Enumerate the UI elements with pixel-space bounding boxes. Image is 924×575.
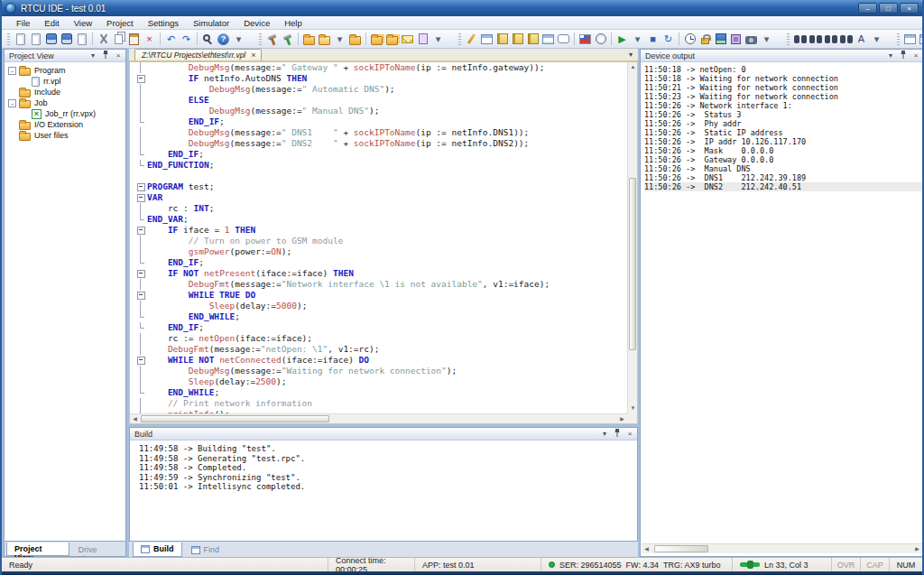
- menu-item-help[interactable]: Help: [277, 17, 310, 29]
- panel-menu-chevron-icon[interactable]: ▾: [600, 430, 609, 438]
- menu-item-simulator[interactable]: Simulator: [186, 17, 236, 29]
- tree-item-i-o-extension[interactable]: I/O Extension: [6, 119, 124, 130]
- az-sort-icon[interactable]: A: [854, 32, 869, 47]
- folder-dropdown-caret-icon[interactable]: ▾: [332, 32, 347, 47]
- notes-book-icon[interactable]: [525, 32, 541, 47]
- code-line[interactable]: END_IF;: [130, 322, 627, 333]
- code-line[interactable]: DebugMsg(message:="Waiting for network c…: [130, 366, 627, 376]
- pin-icon[interactable]: [101, 51, 110, 60]
- scroll-up-arrow-icon[interactable]: ▲: [628, 62, 638, 72]
- open-page-icon[interactable]: [28, 32, 43, 47]
- save-all-floppy-icon[interactable]: [59, 32, 74, 47]
- close-icon[interactable]: ×: [625, 430, 634, 438]
- new-page-icon[interactable]: [13, 32, 28, 47]
- chart-icon[interactable]: [578, 32, 593, 47]
- panel-menu-chevron-icon[interactable]: ▾: [886, 51, 895, 60]
- menu-item-edit[interactable]: Edit: [37, 17, 66, 29]
- list-window-icon[interactable]: [541, 32, 556, 47]
- clock-icon[interactable]: [682, 32, 698, 47]
- scroll-right-arrow-icon[interactable]: ▶: [912, 544, 922, 554]
- clipboard-paste-icon[interactable]: [126, 32, 142, 47]
- find-next-binoculars-icon[interactable]: [823, 32, 838, 47]
- code-line[interactable]: DebugMsg(message:=" DNS1 " + sockIPToNam…: [130, 127, 627, 138]
- code-line[interactable]: ELSE: [130, 95, 627, 106]
- toolbar-overflow-icon[interactable]: ▾: [869, 32, 884, 47]
- fold-collapse-icon[interactable]: [136, 355, 147, 366]
- minimize-button[interactable]: –: [858, 3, 877, 14]
- new-window-icon[interactable]: [902, 32, 918, 47]
- project-folder-icon[interactable]: [347, 32, 363, 47]
- rebuild-hammer-icon[interactable]: [280, 32, 295, 47]
- code-line[interactable]: DebugMsg(message:=" Automatic DNS");: [130, 84, 627, 95]
- delete-x-icon[interactable]: ×: [142, 32, 157, 47]
- fold-collapse-icon[interactable]: [136, 73, 147, 84]
- pin-icon[interactable]: [899, 51, 908, 60]
- code-line[interactable]: DebugMsg(message:=" Gateway " + sockIPTo…: [130, 62, 627, 73]
- editor-horizontal-scrollbar[interactable]: ◀ ▶: [130, 413, 627, 423]
- help-circle-icon[interactable]: ?: [216, 32, 231, 47]
- toolbar-overflow-icon[interactable]: ▾: [759, 32, 774, 47]
- code-line[interactable]: DebugMsg(message:=" Manual DNS");: [130, 106, 627, 116]
- tree-item-user-files[interactable]: User files: [6, 130, 124, 141]
- document-list-chevron-icon[interactable]: ▾: [629, 51, 633, 59]
- scroll-left-arrow-icon[interactable]: ◀: [642, 544, 651, 554]
- code-line[interactable]: IF netInfo.AutoDNS THEN: [130, 73, 627, 84]
- code-line[interactable]: END_IF;: [130, 257, 627, 268]
- code-line[interactable]: IF iface = 1 THEN: [130, 225, 627, 236]
- tab-close-icon[interactable]: ×: [251, 51, 255, 60]
- code-line[interactable]: // Turn on power to GSM module: [130, 236, 627, 246]
- toolbar-overflow-icon[interactable]: ▾: [430, 32, 446, 47]
- folders-copy-icon[interactable]: [369, 32, 384, 47]
- code-line[interactable]: END_WHILE;: [130, 311, 627, 322]
- pencil-icon[interactable]: [464, 32, 479, 47]
- tree-item-include[interactable]: Include: [6, 87, 124, 97]
- code-line[interactable]: IF NOT netPresent(iface:=iface) THEN: [130, 268, 627, 279]
- code-line[interactable]: END_IF;: [130, 149, 627, 160]
- code-editor[interactable]: DebugMsg(message:=" Gateway " + sockIPTo…: [129, 61, 638, 424]
- code-line[interactable]: Sleep(delay:=2500);: [130, 376, 627, 387]
- panel-menu-chevron-icon[interactable]: ▾: [88, 51, 97, 60]
- code-line[interactable]: END_IF;: [130, 116, 627, 127]
- horizontal-scroll-thumb[interactable]: [141, 415, 329, 422]
- watch-window-icon[interactable]: [479, 32, 494, 47]
- code-line[interactable]: [130, 171, 627, 181]
- code-line[interactable]: PROGRAM test;: [130, 181, 627, 192]
- scroll-down-arrow-icon[interactable]: ▼: [628, 403, 638, 413]
- code-area[interactable]: DebugMsg(message:=" Gateway " + sockIPTo…: [130, 62, 627, 413]
- code-line[interactable]: END_WHILE;: [130, 387, 627, 398]
- tree-item-job-rr-rr-vpx-[interactable]: ×Job_rr (rr.vpx): [6, 108, 124, 119]
- code-line[interactable]: DebugFmt(message:="netOpen: \1", v1:=rc)…: [130, 344, 627, 355]
- purple-note-icon[interactable]: [415, 32, 430, 47]
- tab-find[interactable]: Find: [183, 543, 228, 557]
- pin-icon[interactable]: [613, 429, 622, 439]
- folders-send-icon[interactable]: [384, 32, 400, 47]
- build-hammer-icon[interactable]: [264, 32, 280, 47]
- menu-item-settings[interactable]: Settings: [141, 17, 186, 29]
- copy-pages-icon[interactable]: [111, 32, 126, 47]
- yellow-book-icon[interactable]: [494, 32, 510, 47]
- code-line[interactable]: rc : INT;: [130, 203, 627, 214]
- open-project-folder-icon[interactable]: [317, 32, 332, 47]
- run-dropdown-caret-icon[interactable]: ▾: [630, 32, 645, 47]
- fold-collapse-icon[interactable]: [136, 181, 147, 192]
- redo-arrow-icon[interactable]: ↷: [179, 32, 194, 47]
- fold-collapse-icon[interactable]: [136, 268, 147, 279]
- horizontal-scroll-thumb[interactable]: [654, 545, 708, 552]
- scroll-right-arrow-icon[interactable]: ▶: [617, 414, 627, 424]
- toolbar-grip-handle[interactable]: [787, 33, 790, 45]
- tree-item-rr-vpl[interactable]: rr.vpl: [6, 76, 124, 87]
- gauge-icon[interactable]: [593, 32, 608, 47]
- editor-vertical-scrollbar[interactable]: ▲ ▼: [627, 62, 637, 413]
- find-binoculars-icon[interactable]: [792, 32, 808, 47]
- scissors-cut-icon[interactable]: [96, 32, 111, 47]
- stop-square-icon[interactable]: ■: [645, 32, 661, 47]
- code-line[interactable]: END_FUNCTION;: [130, 160, 627, 171]
- undo-arrow-icon[interactable]: ↶: [163, 32, 179, 47]
- title-bar[interactable]: RTCU IDE - test 0.01 – □ ×: [2, 0, 922, 16]
- new-project-folder-icon[interactable]: [301, 32, 317, 47]
- maximize-button[interactable]: □: [879, 3, 898, 14]
- close-icon[interactable]: ×: [114, 51, 123, 60]
- tree-item-program[interactable]: -Program: [6, 65, 124, 76]
- tab-project-view[interactable]: Project View: [6, 543, 69, 556]
- code-line[interactable]: gsmPower(power:=ON);: [130, 246, 627, 257]
